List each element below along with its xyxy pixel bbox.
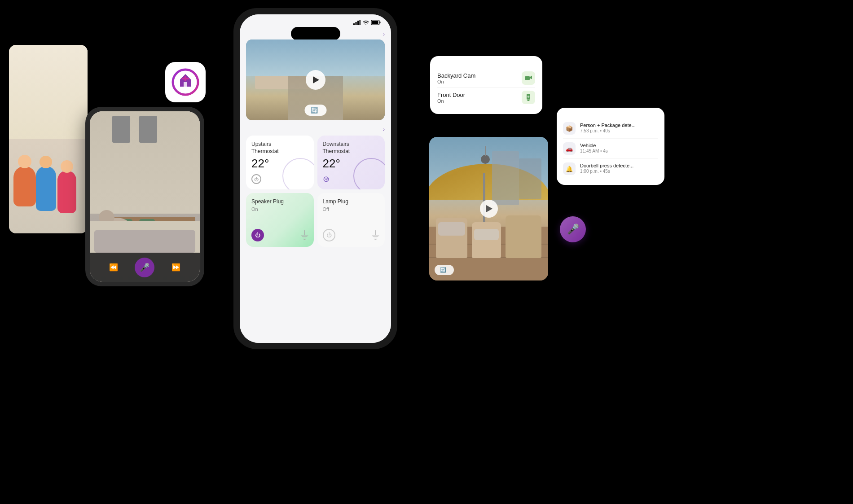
signal-icon — [353, 20, 361, 25]
backyard-cam-status: On — [437, 79, 475, 84]
speaker-plug-name: Speaker Plug — [251, 198, 308, 206]
backyard-cam-name: Backyard Cam — [437, 72, 475, 79]
svg-point-15 — [528, 96, 530, 98]
wifi-icon — [363, 20, 369, 25]
status-icons — [353, 20, 381, 25]
view-all-events-button[interactable]: 🔄 — [304, 105, 326, 116]
svg-rect-7 — [357, 21, 359, 25]
lamp-plug-card[interactable]: Lamp Plug Off ⏚ ⏻ — [317, 193, 385, 247]
outdoor-events-icon: 🔄 — [440, 267, 446, 273]
event-name-2: Doorbell press detecte... — [580, 162, 633, 169]
event-item-0[interactable]: 📦 Person + Package dete... 7:53 p.m. • 4… — [563, 118, 658, 139]
svg-rect-12 — [525, 76, 530, 80]
plug-symbol-off: ⏚ — [372, 227, 379, 241]
main-phone: › 🔄 — [233, 8, 397, 349]
outdoor-view-events-button[interactable]: 🔄 — [435, 265, 454, 275]
voice-controls-bar: ⏪ 🎤 ⏩ — [90, 253, 200, 282]
person-package-icon: 📦 — [563, 122, 576, 135]
svg-rect-4 — [182, 78, 189, 79]
speaker-plug-power-btn[interactable]: ⏻ — [251, 229, 264, 241]
chevron-right-icon: › — [383, 31, 385, 37]
event-time-1: 11:45 AM • 4s — [580, 149, 608, 153]
downstairs-thermo-icon: ⊛ — [323, 174, 330, 184]
device-name-upstairs: UpstairsThermostat — [251, 141, 308, 155]
svg-rect-16 — [528, 100, 530, 101]
doorbell-icon — [526, 94, 531, 101]
app-icon[interactable] — [165, 62, 206, 102]
view-all-devices-link[interactable]: › — [382, 127, 385, 132]
svg-rect-8 — [360, 20, 361, 25]
vehicle-icon: 🚗 — [563, 142, 576, 155]
device-name-downstairs: DownstairsThermostat — [323, 141, 380, 155]
status-bar — [240, 14, 391, 27]
play-button[interactable] — [306, 70, 325, 90]
phone-content: › 🔄 — [240, 27, 391, 343]
svg-rect-5 — [353, 23, 355, 25]
camera-feed[interactable]: 🔄 — [246, 39, 385, 120]
floating-mic-button[interactable]: 🎤 — [560, 216, 586, 242]
lamp-plug-name: Lamp Plug — [323, 198, 380, 206]
event-name-0: Person + Package dete... — [580, 122, 636, 128]
front-door-row[interactable]: Front Door On — [437, 88, 535, 107]
dynamic-island — [291, 27, 340, 40]
kids-photo-card — [9, 45, 88, 233]
outdoor-camera-feed[interactable]: 🔄 — [429, 137, 548, 280]
cameras-section: › 🔄 — [246, 27, 385, 120]
voice-phone: ⏪ 🎤 ⏩ — [85, 107, 204, 286]
svg-rect-11 — [372, 21, 378, 24]
chevron-right-icon-2: › — [383, 127, 385, 132]
front-door-indicator — [522, 91, 535, 104]
event-time-0: 7:53 p.m. • 40s — [580, 128, 636, 133]
mic-button[interactable]: 🎤 — [135, 258, 154, 277]
outdoor-play-icon — [486, 205, 492, 212]
svg-rect-6 — [356, 22, 357, 25]
front-door-status: On — [437, 98, 465, 104]
home-plus-icon — [171, 68, 200, 96]
view-live-feed-link[interactable]: › — [382, 31, 385, 37]
doorbell-event-icon: 🔔 — [563, 162, 576, 175]
backyard-cam-row[interactable]: Backyard Cam On — [437, 69, 535, 88]
play-triangle-icon — [313, 76, 319, 83]
camera-icon-backyard — [525, 75, 532, 81]
upstairs-thermostat-card[interactable]: UpstairsThermostat 22° ⏻ — [246, 136, 314, 189]
event-name-1: Vehicle — [580, 142, 608, 149]
speaker-plug-card[interactable]: Speaker Plug On ⏚ ⏻ — [246, 193, 314, 247]
plug-symbol-on: ⏚ — [301, 227, 308, 241]
event-item-1[interactable]: 🚗 Vehicle 11:45 AM • 4s — [563, 139, 658, 159]
battery-icon — [371, 20, 381, 25]
smart-devices-section: › UpstairsThermostat 22° ⏻ DownstairsThe… — [246, 127, 385, 247]
outdoor-play-button[interactable] — [480, 200, 498, 218]
events-card: 📦 Person + Package dete... 7:53 p.m. • 4… — [557, 108, 664, 185]
rewind-button[interactable]: ⏪ — [106, 259, 122, 276]
event-time-2: 1:00 p.m. • 45s — [580, 169, 633, 174]
lamp-plug-status: Off — [323, 206, 380, 212]
events-icon: 🔄 — [311, 107, 318, 114]
svg-marker-13 — [530, 75, 532, 79]
forward-button[interactable]: ⏩ — [168, 259, 184, 276]
event-item-2[interactable]: 🔔 Doorbell press detecte... 1:00 p.m. • … — [563, 159, 658, 179]
backyard-cam-indicator — [522, 71, 535, 85]
cameras-mini-card: Backyard Cam On Front Door On — [430, 56, 542, 114]
upstairs-power-icon: ⏻ — [251, 174, 261, 184]
downstairs-thermostat-card[interactable]: DownstairsThermostat 22° ⊛ — [317, 136, 385, 189]
front-door-name: Front Door — [437, 92, 465, 98]
lamp-plug-power-btn[interactable]: ⏻ — [323, 229, 335, 241]
svg-rect-2 — [184, 82, 187, 87]
speaker-plug-status: On — [251, 206, 308, 212]
svg-rect-10 — [380, 22, 381, 23]
devices-grid: UpstairsThermostat 22° ⏻ DownstairsTherm… — [246, 136, 385, 247]
